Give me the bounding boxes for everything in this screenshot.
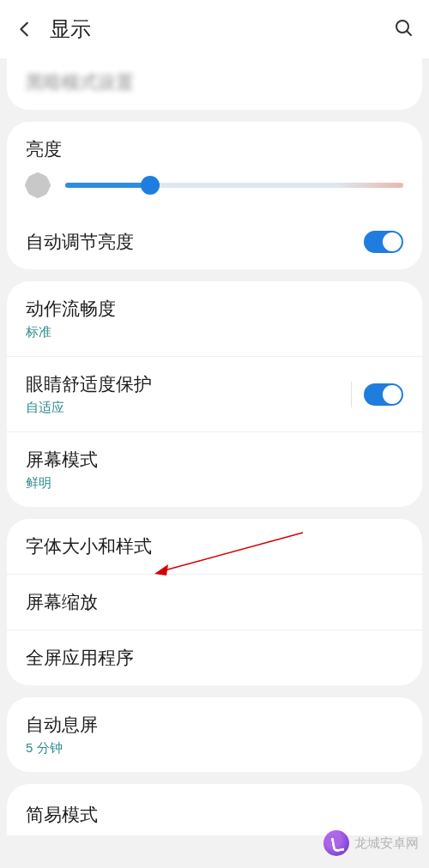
row-label: 自动调节亮度 bbox=[26, 230, 403, 254]
row-label: 全屏应用程序 bbox=[26, 646, 403, 670]
row-label: 屏幕模式 bbox=[26, 448, 403, 472]
svg-line-1 bbox=[407, 31, 411, 35]
watermark-text: 龙城安卓网 bbox=[354, 835, 419, 852]
dark-mode-settings-row[interactable]: 黑暗模式设置 bbox=[7, 58, 422, 110]
fullscreen-apps-row[interactable]: 全屏应用程序 bbox=[7, 630, 422, 685]
eye-comfort-row[interactable]: 眼睛舒适度保护 自适应 bbox=[7, 356, 422, 431]
row-sub: 5 分钟 bbox=[26, 740, 403, 756]
eye-comfort-toggle[interactable] bbox=[364, 383, 403, 406]
screen-zoom-row[interactable]: 屏幕缩放 bbox=[7, 574, 422, 630]
auto-brightness-toggle[interactable] bbox=[364, 231, 403, 253]
layout-card: 字体大小和样式 屏幕缩放 全屏应用程序 bbox=[7, 519, 422, 685]
brightness-slider-row bbox=[7, 165, 422, 214]
screen-timeout-row[interactable]: 自动息屏 5 分钟 bbox=[7, 697, 422, 772]
timeout-card: 自动息屏 5 分钟 bbox=[7, 697, 422, 772]
watermark-logo-icon bbox=[323, 830, 349, 856]
watermark: 龙城安卓网 bbox=[323, 830, 419, 856]
font-size-style-row[interactable]: 字体大小和样式 bbox=[7, 519, 422, 574]
brightness-low-icon bbox=[26, 173, 50, 197]
row-label: 动作流畅度 bbox=[26, 297, 403, 321]
row-label: 字体大小和样式 bbox=[26, 534, 403, 558]
brightness-title-row: 亮度 bbox=[7, 122, 422, 165]
display-quality-card: 动作流畅度 标准 眼睛舒适度保护 自适应 屏幕模式 鲜明 bbox=[7, 281, 422, 507]
row-label: 屏幕缩放 bbox=[26, 590, 403, 614]
toggle-separator bbox=[351, 382, 352, 407]
row-sub: 自适应 bbox=[26, 400, 403, 416]
page-title: 显示 bbox=[50, 15, 91, 43]
screen-mode-row[interactable]: 屏幕模式 鲜明 bbox=[7, 431, 422, 507]
easy-mode-row[interactable]: 简易模式 bbox=[26, 803, 403, 827]
search-icon[interactable] bbox=[393, 17, 414, 41]
row-label: 自动息屏 bbox=[26, 713, 403, 737]
brightness-slider-thumb[interactable] bbox=[141, 176, 160, 195]
row-label: 亮度 bbox=[26, 137, 403, 161]
easy-mode-card: 简易模式 bbox=[7, 784, 422, 835]
row-sub: 标准 bbox=[26, 324, 403, 341]
brightness-slider[interactable] bbox=[65, 183, 403, 188]
auto-brightness-row[interactable]: 自动调节亮度 bbox=[7, 214, 422, 269]
motion-smoothness-row[interactable]: 动作流畅度 标准 bbox=[7, 281, 422, 356]
row-sub: 鲜明 bbox=[26, 475, 403, 491]
brightness-card: 亮度 自动调节亮度 bbox=[7, 122, 422, 269]
back-icon[interactable] bbox=[15, 20, 34, 39]
row-label: 黑暗模式设置 bbox=[26, 72, 134, 92]
header-bar: 显示 bbox=[0, 0, 429, 58]
row-label: 眼睛舒适度保护 bbox=[26, 372, 403, 396]
